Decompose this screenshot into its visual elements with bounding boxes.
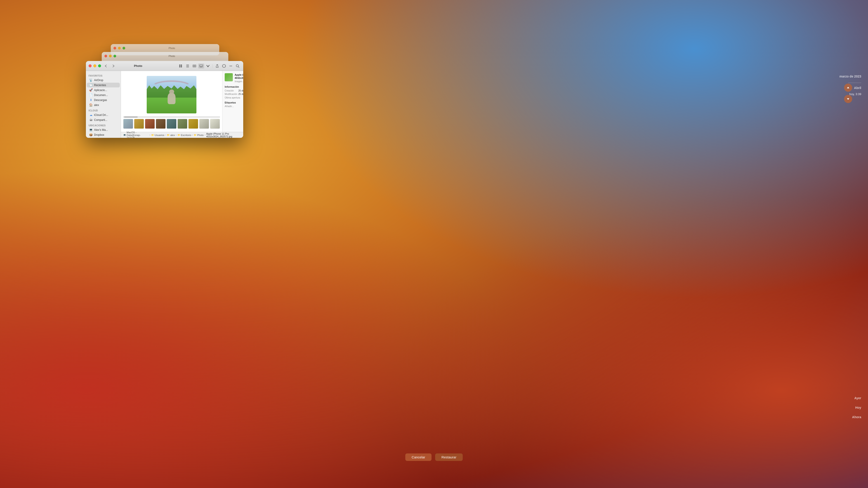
sidebar-item-alex[interactable]: 🏠 alex [87,103,120,107]
tags-add[interactable]: Añadir... [225,105,243,107]
sidebar-item-documentos[interactable]: 📄 Documen... [87,93,120,97]
thumbnail-7[interactable] [188,119,198,129]
svg-point-17 [231,66,232,66]
creation-row: Creación 25 de junio de 2020, 12:08 [225,90,243,92]
tag-button[interactable] [221,64,227,68]
last-open-row: Última apertura -- [225,96,243,99]
breadcrumb-alex[interactable]: 📁 alex [167,134,175,136]
sidebar-item-google-drive[interactable]: 📁 Google D... [87,137,120,138]
minimize-button[interactable] [93,64,96,67]
thumbnail-1[interactable] [123,119,133,129]
info-section-title: Información [225,86,243,88]
finder-titlebar: Photo [86,61,243,71]
photo-folder-icon: 📁 [194,134,196,136]
list-view-button[interactable] [185,64,191,68]
breadcrumb-macos[interactable]: 💻 MacOS - Data@snap-747135 [123,131,149,138]
breadcrumb-sep-5: › [205,134,205,136]
icon-view-button[interactable] [178,64,184,68]
finder-title: Photo [100,64,176,68]
search-button[interactable] [235,64,241,68]
sidebar-item-airdrop[interactable]: 📡 AirDrop [87,78,120,83]
thumbnail-4[interactable] [156,119,166,129]
file-name: Apple iPhone 11 Pro 4032x3024_002572.jpg [235,73,243,80]
finder-window: Photo [86,61,243,138]
breadcrumb-photo-label: Photo [197,134,204,136]
gallery-dropdown-button[interactable] [205,64,211,68]
sidebar-documentos-label: Documen... [94,94,108,97]
thumbnail-6[interactable] [178,119,187,129]
timeline-yesterday-label: Ayer [854,396,861,400]
sidebar-item-alexs-mac[interactable]: 💻 Alex's Ma... [87,127,120,132]
breadcrumb-file[interactable]: Apple iPhone 11 Pro 4032x3024_002572.jpg [206,132,241,138]
finder-info-panel: Apple iPhone 11 Pro 4032x3024_002572.jpg… [222,71,243,132]
icloud-icon: ☁ [89,113,93,117]
sidebar-item-aplicaciones[interactable]: 🚀 Aplicacio... [87,88,120,92]
breadcrumb-usuarios[interactable]: 📁 Usuarios [151,134,164,136]
sidebar-icloud-label: iCloud Dri... [94,113,108,117]
info-thumbnail [225,73,233,81]
share-button[interactable] [214,64,220,68]
restore-button[interactable]: Restaurar [435,453,463,461]
scroll-up-button[interactable] [844,84,852,92]
cancel-button[interactable]: Cancelar [405,453,432,461]
finder-content: Favoritos 📡 AirDrop 🕐 Recientes 🚀 Aplica… [86,71,243,138]
gallery-scrollbar[interactable] [123,116,220,118]
svg-rect-3 [181,66,182,67]
sidebar-item-icloud-drive[interactable]: ☁ iCloud Dri... [87,112,120,117]
scrollbar-thumb [124,117,138,118]
sidebar-item-recientes[interactable]: 🕐 Recientes [87,83,120,88]
ubicaciones-label: Ubicaciones [86,123,121,127]
scroll-down-button[interactable] [844,95,852,103]
breadcrumb-file-label: Apple iPhone 11 Pro 4032x3024_002572.jpg [206,132,241,138]
finder-preview-area: Apple iPhone 11 Pro 4032x3024_002572.jpg… [121,71,243,132]
sidebar-item-descargas[interactable]: ⬇ Descargas [87,98,120,102]
close-button[interactable] [89,64,92,67]
last-open-label: Última apertura [225,96,240,99]
breadcrumb-photo[interactable]: 📁 Photo [194,134,204,136]
finder-gallery [121,71,222,132]
svg-rect-13 [202,67,202,67]
svg-point-16 [230,66,231,66]
breadcrumb-sep-2: › [165,134,166,136]
modification-value: 25 de junio de 2020, 12:08 [239,93,243,95]
svg-rect-1 [181,65,182,66]
gallery-view-button[interactable] [198,64,204,68]
breadcrumb-sep-1: › [149,134,150,136]
modification-row: Modificación 25 de junio de 2020, 12:08 [225,93,243,95]
svg-rect-2 [179,66,180,67]
svg-rect-10 [199,65,203,66]
svg-rect-7 [193,65,194,67]
main-photo[interactable] [147,76,196,113]
icloud-label: iCloud [86,107,121,112]
usuarios-folder-icon: 📁 [151,134,154,136]
thumbnail-3[interactable] [145,119,155,129]
favorites-label: Favoritos [86,73,121,77]
action-button[interactable] [228,64,234,68]
column-view-button[interactable] [191,64,197,68]
finder-sidebar: Favoritos 📡 AirDrop 🕐 Recientes 🚀 Aplica… [86,71,121,138]
recientes-icon: 🕐 [89,84,93,87]
thumbnail-8[interactable] [199,119,209,129]
sidebar-compartir-label: Comparti... [94,119,107,122]
thumbnail-5[interactable] [166,119,177,129]
timeline-april-label: Abril [854,86,861,90]
sidebar-alexs-mac-label: Alex's Ma... [94,128,108,131]
svg-rect-9 [195,65,196,67]
sidebar-alex-label: alex [94,103,99,107]
breadcrumb-sep-3: › [176,134,177,136]
sidebar-item-dropbox[interactable]: 📦 Dropbox [87,132,120,137]
escritorio-folder-icon: 📁 [178,134,180,136]
svg-point-15 [230,66,230,66]
creation-value: 25 de junio de 2020, 12:08 [239,90,243,92]
breadcrumb-escritorio[interactable]: 📁 Escritorio [178,134,191,136]
alex-folder-icon: 📁 [167,134,169,136]
alexs-mac-icon: 💻 [89,128,93,131]
thumbnail-2[interactable] [134,119,144,129]
sidebar-descargas-label: Descargas [94,98,107,102]
restore-dialog: Cancelar Restaurar [405,453,463,461]
sidebar-item-compartir[interactable]: 🗂 Comparti... [87,118,120,122]
macos-icon: 💻 [123,134,126,136]
thumbnail-9[interactable] [210,119,220,129]
thumbnail-strip [123,118,220,130]
documentos-icon: 📄 [89,93,93,97]
